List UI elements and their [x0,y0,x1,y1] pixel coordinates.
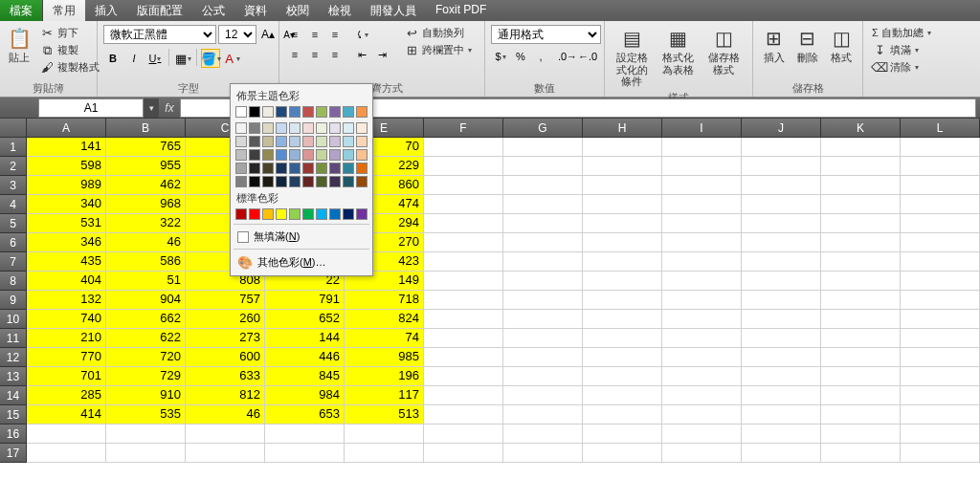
cell[interactable] [901,444,980,463]
color-swatch[interactable] [356,136,368,147]
row-header[interactable]: 17 [0,444,27,463]
color-swatch[interactable] [302,136,314,147]
cell[interactable] [662,405,742,425]
cell[interactable]: 117 [345,386,424,405]
cell[interactable] [583,310,662,329]
color-swatch[interactable] [343,208,354,220]
cell[interactable]: 765 [106,138,186,157]
font-size-combo[interactable]: 12 [218,25,256,44]
cell[interactable]: 652 [265,310,345,329]
cell[interactable] [503,367,583,386]
color-swatch[interactable] [276,136,287,147]
cell[interactable] [662,386,742,405]
tab-1[interactable]: 插入 [85,0,127,21]
cell[interactable] [503,386,583,405]
color-swatch[interactable] [343,106,354,118]
cell[interactable] [583,176,662,195]
row-header[interactable]: 3 [0,176,27,195]
cell[interactable]: 968 [106,195,186,214]
tab-file[interactable]: 檔案 [0,0,43,21]
color-swatch[interactable] [329,208,341,220]
cell[interactable] [583,214,662,233]
fill-button[interactable]: ↧填滿 [869,42,934,58]
cell[interactable] [583,444,662,463]
tab-7[interactable]: 開發人員 [361,0,426,21]
cell[interactable] [583,138,662,157]
cell[interactable] [583,329,662,348]
color-swatch[interactable] [249,208,260,220]
cell[interactable]: 513 [345,405,424,425]
cell[interactable]: 791 [265,291,345,310]
cell[interactable] [424,405,503,425]
cell[interactable] [503,176,583,195]
cell[interactable] [424,176,503,195]
color-swatch[interactable] [356,106,368,118]
color-swatch[interactable] [316,122,327,134]
cell[interactable]: 462 [106,176,186,195]
inc-decimal-button[interactable]: .0→ [558,47,577,66]
cell[interactable]: 770 [27,348,106,367]
cell[interactable] [503,157,583,176]
cell[interactable]: 260 [186,310,265,329]
cell[interactable] [503,272,583,291]
color-swatch[interactable] [276,163,287,174]
cell[interactable] [662,348,742,367]
color-swatch[interactable] [356,163,368,174]
cell[interactable] [901,272,980,291]
cell[interactable] [424,310,503,329]
cell[interactable] [742,138,821,157]
tab-2[interactable]: 版面配置 [127,0,192,21]
cell[interactable] [503,252,583,272]
grow-font-button[interactable]: A▴ [258,25,278,44]
color-swatch[interactable] [276,176,287,187]
column-header[interactable]: B [106,119,186,138]
cell[interactable] [821,233,901,252]
cell[interactable] [742,233,821,252]
color-swatch[interactable] [235,208,247,220]
paste-button[interactable]: 📋 貼上 [6,25,33,66]
cell[interactable] [662,291,742,310]
copy-button[interactable]: ⧉複製 [36,42,102,58]
cell[interactable] [662,176,742,195]
align-top-button[interactable]: ≡ [285,25,304,44]
cell[interactable]: 757 [186,291,265,310]
cell[interactable] [583,291,662,310]
merge-center-button[interactable]: ⊞跨欄置中 [401,42,475,58]
color-swatch[interactable] [276,149,287,161]
delete-cells-button[interactable]: ⊟刪除 [792,25,822,66]
cell[interactable]: 132 [27,291,106,310]
cell[interactable] [821,272,901,291]
cell[interactable] [583,157,662,176]
cell[interactable] [424,252,503,272]
cell[interactable] [424,195,503,214]
color-swatch[interactable] [289,208,301,220]
cut-button[interactable]: ✂剪下 [36,25,102,41]
cell[interactable] [742,425,821,444]
cell[interactable] [901,157,980,176]
color-swatch[interactable] [235,163,247,174]
cell[interactable] [901,214,980,233]
color-swatch[interactable] [302,208,314,220]
cell[interactable] [503,310,583,329]
cell[interactable] [503,329,583,348]
row-header[interactable]: 13 [0,367,27,386]
color-swatch[interactable] [262,136,274,147]
cell[interactable] [821,176,901,195]
color-swatch[interactable] [316,136,327,147]
cell[interactable]: 662 [106,310,186,329]
cell[interactable]: 340 [27,195,106,214]
cell[interactable] [424,291,503,310]
column-header[interactable]: I [662,119,742,138]
cell[interactable]: 414 [27,405,106,425]
cell[interactable] [742,444,821,463]
column-header[interactable]: H [583,119,662,138]
row-header[interactable]: 2 [0,157,27,176]
cell[interactable]: 46 [106,233,186,252]
border-button[interactable]: ▦ [173,49,192,68]
cell[interactable] [821,367,901,386]
cell[interactable] [583,386,662,405]
cell[interactable]: 285 [27,386,106,405]
cell[interactable] [662,157,742,176]
cell[interactable] [662,425,742,444]
color-swatch[interactable] [343,149,354,161]
